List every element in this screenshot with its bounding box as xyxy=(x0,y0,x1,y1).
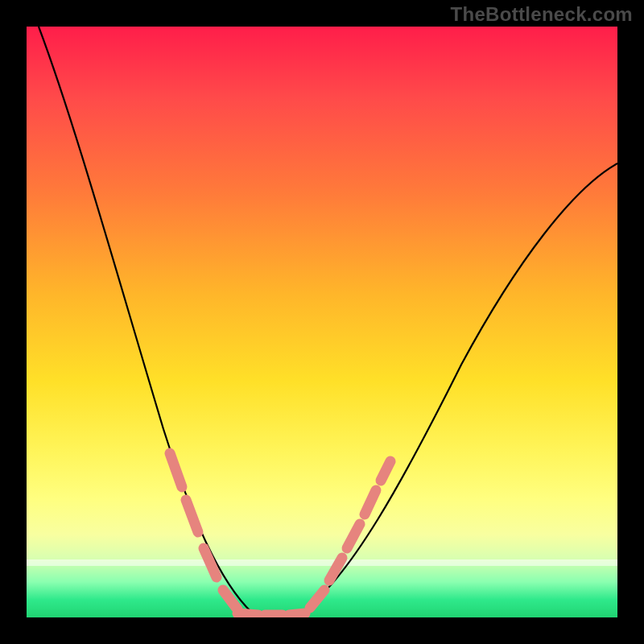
marker-bottom-3 xyxy=(289,613,305,615)
plot-area xyxy=(27,27,617,617)
marker-left-3 xyxy=(204,548,217,577)
bottleneck-curve xyxy=(27,27,617,617)
marker-right-5 xyxy=(381,461,390,481)
watermark-text: TheBottleneck.com xyxy=(451,3,633,26)
marker-right-1 xyxy=(310,590,324,608)
marker-bottom-1 xyxy=(237,613,258,615)
curve-path xyxy=(39,27,617,617)
marker-left-1 xyxy=(170,453,182,487)
marker-right-3 xyxy=(347,524,360,548)
chart-frame: TheBottleneck.com xyxy=(0,0,644,644)
marker-left-2 xyxy=(186,500,198,532)
marker-right-4 xyxy=(365,490,376,514)
marker-right-2 xyxy=(329,558,342,580)
